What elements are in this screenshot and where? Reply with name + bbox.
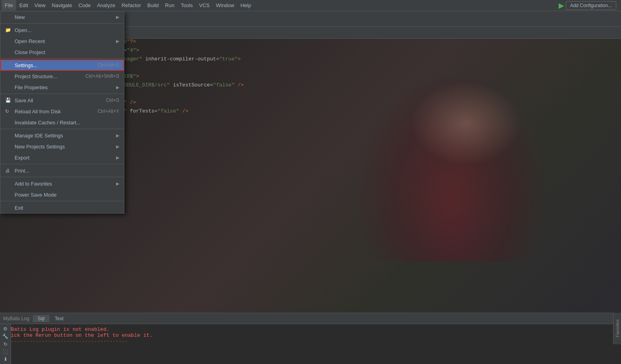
open-recent-arrow-icon: ▶: [116, 39, 119, 44]
menu-item-settings[interactable]: Settings... Ctrl+Alt+S: [0, 60, 124, 71]
menu-item-invalidate[interactable]: Invalidate Caches / Restart...: [0, 117, 124, 128]
menu-item-power-save[interactable]: Power Save Mode: [0, 189, 124, 200]
menu-item-project-structure[interactable]: Project Structure... Ctrl+Alt+Shift+S: [0, 71, 124, 82]
separator-2: [0, 58, 124, 59]
menu-item-export[interactable]: Export ▶: [0, 152, 124, 163]
new-arrow-icon: ▶: [116, 15, 119, 20]
manage-ide-arrow-icon: ▶: [116, 133, 119, 138]
reload-icon: ↻: [5, 109, 13, 114]
print-icon: 🖨: [5, 168, 13, 173]
menu-item-close-project[interactable]: Close Project: [0, 47, 124, 58]
menu-item-file-properties[interactable]: File Properties ▶: [0, 82, 124, 93]
separator-7: [0, 201, 124, 201]
dropdown-overlay: New ▶ 📁 Open... Open Recent ▶ Close Proj…: [0, 0, 621, 364]
add-favorites-arrow-icon: ▶: [116, 181, 119, 186]
separator-5: [0, 164, 124, 164]
menu-item-new[interactable]: New ▶: [0, 11, 124, 23]
file-dropdown-menu: New ▶ 📁 Open... Open Recent ▶ Close Proj…: [0, 11, 124, 214]
menu-item-print[interactable]: 🖨 Print...: [0, 165, 124, 176]
file-properties-arrow-icon: ▶: [116, 85, 119, 90]
save-all-icon: 💾: [5, 98, 13, 103]
menu-item-reload-all[interactable]: ↻ Reload All from Disk Ctrl+Alt+Y: [0, 106, 124, 117]
new-projects-arrow-icon: ▶: [116, 144, 119, 149]
menu-item-save-all[interactable]: 💾 Save All Ctrl+S: [0, 95, 124, 106]
separator-3: [0, 94, 124, 94]
menu-item-open[interactable]: 📁 Open...: [0, 24, 124, 36]
export-arrow-icon: ▶: [116, 155, 119, 160]
menu-item-add-favorites[interactable]: Add to Favorites ▶: [0, 178, 124, 189]
separator-4: [0, 129, 124, 129]
menu-item-open-recent[interactable]: Open Recent ▶: [0, 36, 124, 47]
menu-item-exit[interactable]: Exit: [0, 202, 124, 213]
separator-6: [0, 177, 124, 177]
open-folder-icon: 📁: [5, 27, 13, 33]
separator-1: [0, 23, 124, 24]
menu-item-new-projects[interactable]: New Projects Settings ▶: [0, 141, 124, 152]
menu-item-manage-ide[interactable]: Manage IDE Settings ▶: [0, 130, 124, 141]
